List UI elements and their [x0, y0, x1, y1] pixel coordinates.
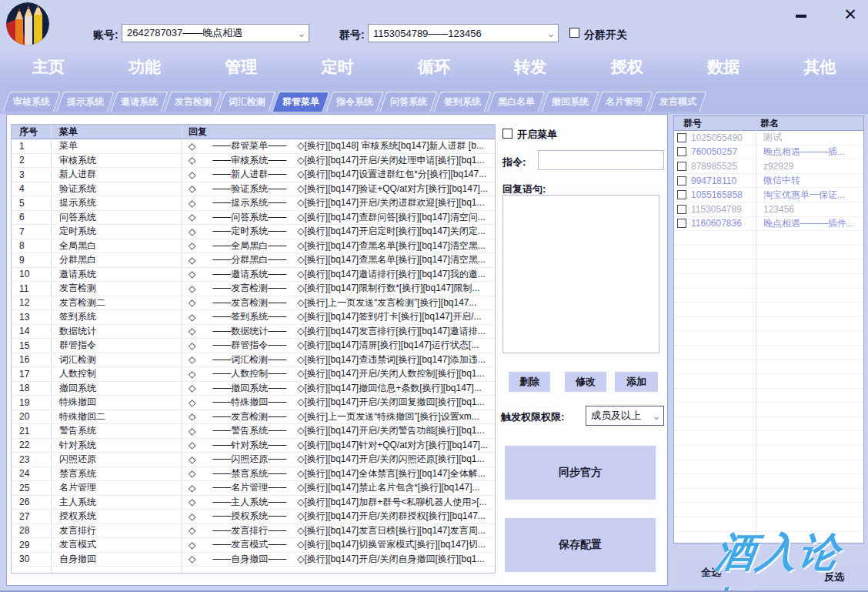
modify-button[interactable]: 修改: [565, 372, 606, 392]
menu-table-row[interactable]: 1菜单◇——群管菜单——◇[换行][bq148] 审核系统[bq147]新人进群…: [12, 139, 495, 154]
menu-table-row[interactable]: 9分群黑白◇——分群黑白——◇[换行][bq147]查黑名单[换行][bq147…: [12, 253, 495, 268]
tab-7[interactable]: 指令系统: [326, 92, 384, 112]
tab-label: 撤回系统: [552, 92, 589, 111]
menu-table-row[interactable]: 20特殊撤回二◇——发言检测——◇[换行]上一页发送“特殊撤回”[换行]设置xm…: [12, 410, 495, 425]
command-input[interactable]: [538, 150, 664, 170]
row-menu: 审核系统: [52, 154, 182, 168]
tab-6[interactable]: 群管菜单: [272, 92, 330, 112]
split-switch-checkbox[interactable]: [569, 28, 579, 38]
add-button[interactable]: 添加: [615, 372, 658, 392]
group-checkbox[interactable]: [677, 219, 686, 228]
group-name: 淘宝优惠单一保证...: [763, 189, 863, 202]
row-reply-title: ——发言检测——: [212, 296, 286, 309]
menu-table-row[interactable]: 27授权系统◇——授权系统——◇[换行][bq147]开启/关闭群授权[换行][…: [12, 510, 495, 524]
menu-table-row[interactable]: 8全局黑白◇——全局黑白——◇[换行][bq147]查黑名单[换行][bq147…: [12, 239, 495, 254]
menu-item-5[interactable]: 循环: [386, 48, 482, 86]
menu-table-row[interactable]: 11发言检测◇——发言检测——◇[换行][bq147]限制行数*[换行][bq1…: [12, 282, 495, 296]
group-row[interactable]: 994718110微信中转: [674, 174, 863, 189]
menu-table-row[interactable]: 13签到系统◇——签到系统——◇[换行][bq147]签到/打卡[换行][bq1…: [12, 310, 495, 325]
menu-table-row[interactable]: 4验证系统◇——验证系统——◇[换行][bq147]验证+QQ/at对方[换行]…: [12, 182, 495, 197]
menu-item-1[interactable]: 主页: [0, 48, 96, 86]
menu-table-row[interactable]: 17人数控制◇——人数控制——◇[换行][bq147]开启/关闭人数控制[换行]…: [12, 367, 495, 382]
tab-10[interactable]: 黑白名单: [488, 92, 546, 112]
group-checkbox[interactable]: [677, 162, 686, 171]
menu-item-9[interactable]: 其他: [772, 48, 868, 86]
row-reply-title: ——数据统计——: [212, 325, 286, 338]
group-row[interactable]: 1160607836晚点相遇———插件...: [674, 217, 863, 232]
diamond-icon: ◇: [189, 141, 195, 152]
diamond-icon: ◇: [189, 426, 195, 436]
group-empty-row: [674, 303, 863, 317]
permission-select[interactable]: 成员及以上 ⌄: [586, 406, 664, 426]
group-select[interactable]: 1153054789——123456 ⌄: [368, 24, 559, 42]
tab-4[interactable]: 发言检测: [165, 92, 222, 112]
group-row[interactable]: 1055165858淘宝优惠单一保证...: [674, 188, 863, 202]
close-button[interactable]: ✕: [840, 5, 860, 25]
tab-11[interactable]: 撤回系统: [542, 92, 599, 112]
menu-table-row[interactable]: 16词汇检测◇——词汇检测——◇[换行][bq147]查违禁词[换行][bq14…: [12, 353, 495, 368]
group-empty-row: [674, 474, 863, 489]
menu-table-row[interactable]: 14数据统计◇——数据统计——◇[换行][bq147]发言排行[换行][bq14…: [12, 325, 495, 339]
row-num: 1: [12, 139, 52, 153]
tab-9[interactable]: 签到系统: [434, 92, 492, 112]
menu-item-3[interactable]: 管理: [193, 48, 289, 86]
group-checkbox[interactable]: [677, 133, 686, 142]
menu-table-row[interactable]: 22针对系统◇——针对系统——◇[换行][bq147]针对+QQ/at对方[换行…: [12, 439, 495, 453]
menu-table-row[interactable]: 18撤回系统◇——撤回系统——◇[换行][bq147]撤回信息+条数[换行][b…: [12, 382, 495, 396]
menu-item-6[interactable]: 转发: [482, 48, 579, 86]
menu-table-row[interactable]: 28发言排行◇——发言排行——◇[换行][bq147]发言日榜[换行][bq14…: [12, 524, 495, 539]
menu-item-8[interactable]: 数据: [675, 48, 771, 86]
group-row[interactable]: 760050257晚点相遇———插...: [674, 145, 863, 160]
account-select[interactable]: 2642787037——晚点相遇 ⌄: [122, 24, 309, 42]
menu-table-row[interactable]: 26主人系统◇——主人系统——◇[换行][bq147]加群+群号<私聊机器人使用…: [12, 496, 495, 510]
menu-table-row[interactable]: 21警告系统◇——警告系统——◇[换行][bq147]开启/关闭警告功能[换行]…: [12, 424, 495, 439]
group-checkbox[interactable]: [677, 176, 686, 186]
menu-item-7[interactable]: 授权: [579, 48, 675, 86]
tab-1[interactable]: 审核系统: [3, 92, 61, 112]
minimize-button[interactable]: [791, 6, 811, 25]
menu-table-empty-row: [12, 567, 495, 574]
tab-2[interactable]: 提示系统: [57, 92, 115, 112]
menu-table-row[interactable]: 19特殊撤回◇——特殊撤回——◇[换行][bq147]开启/关闭回复撤回[换行]…: [12, 396, 495, 410]
menu-table-row[interactable]: 15群管指令◇——群管指令——◇[换行][bq147]清屏[换行][bq147]…: [12, 339, 495, 353]
enable-menu-checkbox[interactable]: [502, 129, 512, 139]
menu-table-row[interactable]: 2审核系统◇——审核系统——◇[换行][bq147]开启/关闭处理申请[换行][…: [12, 154, 495, 169]
sync-official-button[interactable]: 同步官方: [505, 446, 656, 500]
group-row[interactable]: 1153054789123456: [674, 202, 863, 217]
group-checkbox[interactable]: [677, 190, 686, 199]
tab-5[interactable]: 词汇检测: [219, 92, 276, 112]
menu-table-row[interactable]: 3新人进群◇——新人进群——◇[换行][bq147]设置进群红包*分[换行][b…: [12, 168, 495, 182]
menu-item-4[interactable]: 定时: [289, 48, 386, 86]
row-reply-text: ◇[换行][bq147]查黑名单[换行][bq147]清空黑...: [297, 253, 486, 266]
group-row[interactable]: 1025055490测试: [674, 131, 863, 145]
group-checkbox[interactable]: [677, 205, 686, 214]
row-reply-title: ——词汇检测——: [212, 353, 286, 366]
group-empty-row: [674, 503, 863, 517]
menu-table-row[interactable]: 6问答系统◇——问答系统——◇[换行][bq147]查群问答[换行][bq147…: [12, 211, 495, 226]
menu-table-row[interactable]: 12发言检测二◇——发言检测——◇[换行]上一页发送“发言检测”[换行][bq1…: [12, 296, 495, 311]
tab-3[interactable]: 邀请系统: [111, 92, 169, 112]
tab-13[interactable]: 发言模式: [649, 92, 707, 112]
menu-item-2[interactable]: 功能: [96, 48, 192, 86]
tab-8[interactable]: 问答系统: [380, 92, 438, 112]
group-row[interactable]: 878985525z92929: [674, 159, 863, 174]
reply-textarea[interactable]: [502, 195, 659, 353]
tab-12[interactable]: 名片管理: [596, 92, 653, 112]
menu-table-row[interactable]: 7定时系统◇——定时系统——◇[换行][bq147]开启定时[换行][bq147…: [12, 225, 495, 239]
menu-table-row[interactable]: 23闪照还原◇——闪照还原——◇[换行][bq147]开启/关闭闪照还原[换行]…: [12, 453, 495, 467]
menu-table-row[interactable]: 24禁言系统◇——禁言系统——◇[换行][bq147]全体禁言[换行][bq14…: [12, 467, 495, 482]
group-table-header: 群号 群名: [674, 116, 863, 131]
save-config-button[interactable]: 保存配置: [505, 518, 656, 572]
row-num: 8: [12, 239, 52, 253]
menu-table-row[interactable]: 5提示系统◇——提示系统——◇[换行][bq147]开启/关闭进群欢迎[换行][…: [12, 196, 495, 211]
menu-table-row[interactable]: 10邀请系统◇——邀请系统——◇[换行][bq147]邀请排行[换行][bq14…: [12, 268, 495, 283]
delete-button[interactable]: 删除: [509, 372, 550, 392]
menu-table-row[interactable]: 30自身撤回◇——自身撤回——◇[换行][bq147]开启/关闭自身撤回[换行]…: [12, 553, 495, 567]
row-reply-text: ◇[换行][bq147]发言排行[换行][bq147]邀请排...: [297, 325, 486, 338]
row-reply-text: ◇[换行][bq147]开启/关闭回复撤回[换行][bq1...: [297, 396, 484, 409]
group-checkbox[interactable]: [677, 147, 686, 156]
menu-table-row[interactable]: 25名片管理◇——名片管理——◇[换行][bq147]禁止名片包含*[换行][b…: [12, 481, 495, 496]
menu-table-row[interactable]: 29发言模式◇——发言模式——◇[换行][bq147]切换管家模式[换行][bq…: [12, 538, 495, 553]
permission-select-value: 成员及以上: [586, 409, 649, 423]
diamond-icon: ◇: [189, 312, 195, 323]
